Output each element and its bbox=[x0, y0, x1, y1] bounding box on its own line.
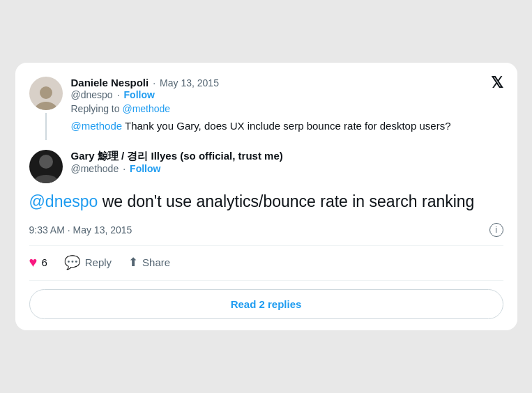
reply-action[interactable]: 💬 Reply bbox=[64, 254, 112, 270]
first-tweet-handle: @dnespo bbox=[71, 89, 113, 100]
main-tweet-mention[interactable]: @dnespo bbox=[29, 192, 98, 210]
first-tweet-content: Daniele Nespoli · May 13, 2015 @dnespo ·… bbox=[71, 77, 503, 140]
svg-point-0 bbox=[40, 86, 52, 99]
like-action[interactable]: ♥ 6 bbox=[29, 254, 47, 270]
gary-dot: · bbox=[123, 163, 126, 174]
thread-left bbox=[29, 77, 63, 140]
bubble-icon: 💬 bbox=[64, 254, 81, 270]
avatar-gary bbox=[29, 150, 63, 183]
first-tweet-thread: Daniele Nespoli · May 13, 2015 @dnespo ·… bbox=[29, 77, 503, 140]
tweet-card: 𝕏 Daniele Nespoli · May 13, 2015 @dnesp bbox=[15, 63, 517, 330]
gary-display-name: Gary 鯨理 / 경리 Illyes (so official, trust … bbox=[71, 150, 283, 163]
first-tweet-mention[interactable]: @methode bbox=[71, 120, 123, 132]
thread-line bbox=[45, 113, 47, 140]
dot2: · bbox=[117, 89, 120, 100]
tweet-timestamp: 9:33 AM · May 13, 2015 bbox=[29, 224, 132, 236]
actions-row: ♥ 6 💬 Reply ⬆ Share bbox=[29, 254, 503, 270]
read-replies-button[interactable]: Read 2 replies bbox=[29, 289, 503, 319]
replying-to: Replying to @methode bbox=[71, 103, 503, 114]
gary-handle-row: @methode · Follow bbox=[71, 163, 283, 174]
dot1: · bbox=[153, 77, 155, 88]
heart-icon: ♥ bbox=[29, 254, 38, 270]
first-tweet-body: Thank you Gary, does UX include serp bou… bbox=[122, 120, 450, 132]
replying-to-handle[interactable]: @methode bbox=[122, 103, 170, 114]
avatar-daniele bbox=[29, 77, 63, 110]
svg-point-3 bbox=[32, 175, 60, 183]
svg-point-2 bbox=[39, 155, 53, 169]
share-action[interactable]: ⬆ Share bbox=[128, 255, 170, 270]
svg-point-1 bbox=[35, 102, 57, 110]
gary-handle: @methode bbox=[71, 163, 119, 174]
first-tweet-name-row: Daniele Nespoli · May 13, 2015 bbox=[71, 77, 503, 88]
x-logo-icon: 𝕏 bbox=[491, 75, 503, 91]
share-icon: ⬆ bbox=[128, 255, 138, 270]
divider-top bbox=[29, 245, 503, 246]
first-tweet-date: May 13, 2015 bbox=[160, 77, 219, 88]
main-tweet-text: @dnespo we don't use analytics/bounce ra… bbox=[29, 190, 503, 213]
first-tweet-text: @methode Thank you Gary, does UX include… bbox=[71, 118, 503, 134]
tweet-meta: 9:33 AM · May 13, 2015 i bbox=[29, 223, 503, 237]
share-label: Share bbox=[142, 256, 170, 268]
info-icon[interactable]: i bbox=[489, 223, 503, 237]
first-tweet-follow-button[interactable]: Follow bbox=[124, 89, 155, 100]
divider-bottom bbox=[29, 280, 503, 281]
reply-label: Reply bbox=[85, 256, 112, 268]
gary-follow-button[interactable]: Follow bbox=[130, 163, 160, 174]
first-tweet-display-name: Daniele Nespoli bbox=[71, 77, 149, 88]
first-tweet-handle-row: @dnespo · Follow bbox=[71, 89, 503, 100]
second-tweet-header: Gary 鯨理 / 경리 Illyes (so official, trust … bbox=[29, 150, 503, 183]
gary-user-info: Gary 鯨理 / 경리 Illyes (so official, trust … bbox=[71, 150, 283, 174]
main-tweet-body: we don't use analytics/bounce rate in se… bbox=[98, 192, 474, 210]
like-count: 6 bbox=[41, 256, 47, 268]
